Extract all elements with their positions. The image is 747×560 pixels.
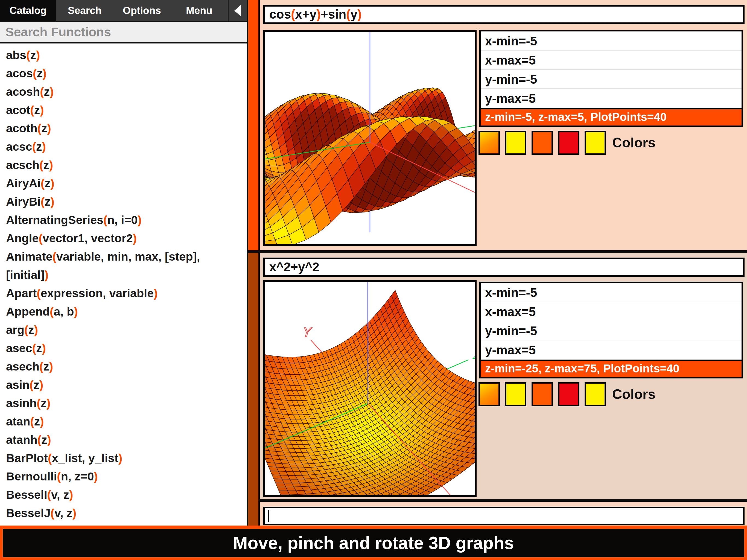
function-list-item[interactable]: abs(z) [6, 46, 244, 64]
plot-card-1: cos(x+y)+sin(y) x-min=-5 x-max=5 y-min=-… [260, 0, 747, 250]
color-swatch-row-2: Colors [479, 382, 655, 406]
function-list-item[interactable]: AiryBi(z) [6, 193, 244, 211]
color-swatch-yellow-1[interactable] [505, 131, 526, 155]
param-x-max[interactable]: x-max=5 [481, 302, 742, 321]
color-swatch-orange[interactable] [532, 131, 553, 155]
new-formula-input[interactable] [263, 507, 745, 525]
back-arrow-icon [234, 5, 241, 17]
color-swatch-red[interactable] [558, 382, 579, 406]
hint-text: Move, pinch and rotate 3D graphs [233, 533, 514, 553]
selection-strip [247, 0, 260, 560]
card-divider-2 [260, 499, 747, 502]
colors-label: Colors [612, 386, 655, 402]
function-list-item[interactable]: atanh(z) [6, 431, 244, 449]
param-x-min[interactable]: x-min=-5 [481, 283, 742, 302]
surface-plot-1[interactable] [265, 32, 475, 244]
function-list-item[interactable]: AlternatingSeries(n, i=0) [6, 211, 244, 229]
function-list-item[interactable]: asinh(z) [6, 394, 244, 412]
tab-search[interactable]: Search [56, 0, 113, 21]
color-swatch-gradient[interactable] [479, 382, 500, 406]
color-swatch-yellow-2[interactable] [585, 382, 606, 406]
function-list-item[interactable]: Angle(vector1, vector2) [6, 229, 244, 248]
strip-inactive-segment [248, 253, 258, 560]
workspace: cos(x+y)+sin(y) x-min=-5 x-max=5 y-min=-… [260, 0, 747, 560]
function-list-item[interactable]: Bernoulli(n, z=0) [6, 467, 244, 486]
app-root: Catalog Search Options Menu abs(z)acos(z… [0, 0, 747, 560]
color-swatch-yellow-1[interactable] [505, 382, 526, 406]
text-cursor [268, 510, 269, 522]
function-list-item[interactable]: asec(z) [6, 339, 244, 357]
function-list: abs(z)acos(z)acosh(z)acot(z)acoth(z)acsc… [0, 45, 247, 560]
plot-params-1: x-min=-5 x-max=5 y-min=-5 y-max=5 [479, 30, 743, 109]
function-list-item[interactable]: atan(z) [6, 412, 244, 431]
z-settings-bar-2[interactable]: z-min=-25, z-max=75, PlotPoints=40 [479, 361, 743, 378]
color-swatch-yellow-2[interactable] [585, 131, 606, 155]
function-list-item[interactable]: BesselI(v, z) [6, 486, 244, 504]
function-list-item[interactable]: Animate(variable, min, max, [step], [ini… [6, 248, 244, 284]
param-y-min[interactable]: y-min=-5 [481, 321, 742, 340]
tab-options[interactable]: Options [113, 0, 170, 21]
menu-bar: Catalog Search Options Menu [0, 0, 247, 22]
plot-params-2: x-min=-5 x-max=5 y-min=-5 y-max=5 [479, 282, 743, 361]
function-list-item[interactable]: acsch(z) [6, 156, 244, 174]
color-swatch-row-1: Colors [479, 131, 655, 155]
param-x-min[interactable]: x-min=-5 [481, 31, 742, 51]
color-swatch-red[interactable] [558, 131, 579, 155]
function-list-item[interactable]: acosh(z) [6, 82, 244, 101]
sidebar: Catalog Search Options Menu abs(z)acos(z… [0, 0, 247, 560]
function-list-item[interactable]: acos(z) [6, 64, 244, 82]
param-y-max[interactable]: y-max=5 [481, 340, 742, 360]
z-settings-bar-1[interactable]: z-min=-5, z-max=5, PlotPoints=40 [479, 109, 743, 127]
function-list-item[interactable]: Apart(expression, variable) [6, 284, 244, 302]
tab-menu[interactable]: Menu [171, 0, 228, 21]
function-list-item[interactable]: arg(z) [6, 321, 244, 339]
hint-banner-inner: Move, pinch and rotate 3D graphs [3, 529, 744, 557]
plot-frame-1 [263, 30, 476, 246]
plot-card-2: x^2+y^2 x-min=-5 x-max=5 y-min=-5 y-max=… [260, 253, 747, 499]
function-list-item[interactable]: acot(z) [6, 101, 244, 119]
plot-frame-2 [263, 280, 476, 497]
param-y-min[interactable]: y-min=-5 [481, 70, 742, 89]
function-list-item[interactable]: AiryAi(z) [6, 174, 244, 193]
colors-label: Colors [612, 135, 655, 151]
function-list-item[interactable]: asin(z) [6, 376, 244, 394]
tab-catalog[interactable]: Catalog [0, 0, 56, 21]
function-list-item[interactable]: acoth(z) [6, 119, 244, 137]
function-list-item[interactable]: BesselJ(v, z) [6, 504, 244, 522]
function-list-item[interactable]: BarPlot(x_list, y_list) [6, 449, 244, 467]
hint-banner: Move, pinch and rotate 3D graphs [0, 526, 747, 560]
param-x-max[interactable]: x-max=5 [481, 51, 742, 70]
new-entry-row [260, 502, 747, 526]
search-box [0, 22, 247, 44]
function-list-item[interactable]: acsc(z) [6, 137, 244, 156]
param-y-max[interactable]: y-max=5 [481, 89, 742, 108]
formula-input-1[interactable]: cos(x+y)+sin(y) [263, 5, 745, 24]
collapse-sidebar-button[interactable] [228, 0, 247, 21]
card-divider-1 [260, 250, 747, 253]
formula-input-2[interactable]: x^2+y^2 [263, 258, 745, 277]
function-list-item[interactable]: Append(a, b) [6, 302, 244, 321]
function-list-item[interactable]: asech(z) [6, 357, 244, 376]
color-swatch-orange[interactable] [532, 382, 553, 406]
strip-active-segment [248, 0, 258, 250]
surface-plot-2[interactable] [265, 282, 475, 495]
color-swatch-gradient[interactable] [479, 131, 500, 155]
strip-divider [248, 250, 258, 253]
search-input[interactable] [0, 22, 247, 42]
